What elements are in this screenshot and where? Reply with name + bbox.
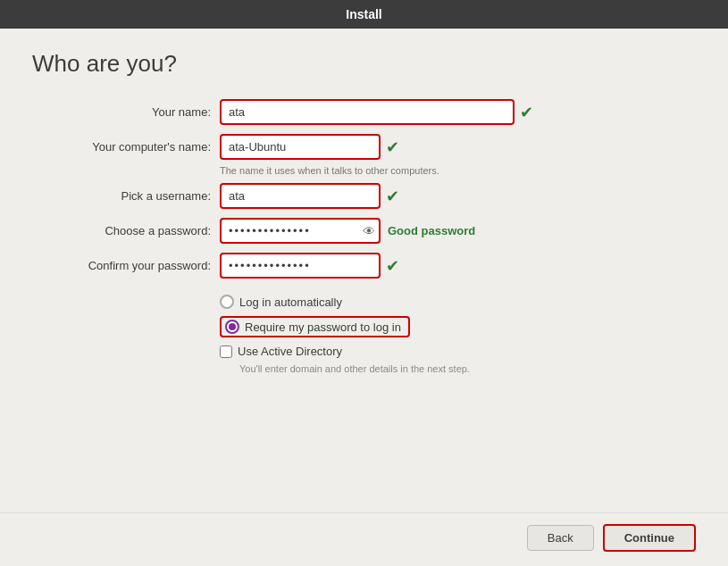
username-check-icon: ✔ [386, 187, 399, 206]
page-title: Who are you? [32, 50, 696, 78]
confirm-check-icon: ✔ [386, 256, 399, 276]
password-eye-button[interactable]: 👁 [363, 224, 375, 238]
computer-name-hint: The name it uses when it talks to other … [220, 165, 696, 176]
confirm-password-input[interactable] [220, 253, 381, 279]
name-input[interactable] [220, 99, 515, 125]
login-auto-row[interactable]: Log in automatically [220, 295, 696, 309]
confirm-password-input-wrapper [220, 253, 381, 279]
form-area: Your name: ✔ Your computer's name: ✔ The… [32, 99, 696, 374]
password-input-wrapper: 👁 [220, 218, 381, 244]
name-row: Your name: ✔ [32, 99, 696, 125]
require-password-box[interactable]: Require my password to log in [220, 316, 410, 337]
username-input[interactable] [220, 183, 381, 209]
username-input-wrapper [220, 183, 381, 209]
active-directory-checkbox[interactable] [220, 345, 232, 358]
computer-name-input-wrapper [220, 134, 381, 160]
bottom-bar: Back Continue [0, 512, 728, 566]
computer-name-label: Your computer's name: [32, 140, 220, 154]
name-check-icon: ✔ [520, 103, 533, 122]
computer-name-check-icon: ✔ [386, 137, 399, 157]
require-password-radio[interactable] [225, 320, 239, 334]
continue-button[interactable]: Continue [603, 524, 696, 552]
name-label: Your name: [32, 105, 220, 119]
require-password-label: Require my password to log in [245, 320, 401, 334]
active-directory-hint: You'll enter domain and other details in… [239, 363, 696, 374]
titlebar-title: Install [346, 7, 381, 21]
password-label: Choose a password: [32, 224, 220, 237]
active-directory-row[interactable]: Use Active Directory [220, 345, 696, 358]
confirm-password-label: Confirm your password: [32, 259, 220, 272]
login-auto-radio[interactable] [220, 295, 234, 309]
titlebar: Install [0, 0, 728, 29]
username-label: Pick a username: [32, 189, 220, 203]
password-row: Choose a password: 👁 Good password [32, 218, 696, 244]
active-directory-label: Use Active Directory [238, 345, 342, 358]
login-options: Log in automatically Require my password… [220, 295, 696, 374]
name-input-wrapper [220, 99, 515, 125]
back-button[interactable]: Back [527, 525, 594, 551]
computer-name-row: Your computer's name: ✔ [32, 134, 696, 160]
password-strength-label: Good password [388, 224, 475, 237]
login-auto-label: Log in automatically [239, 295, 342, 309]
computer-name-input[interactable] [220, 134, 381, 160]
main-content: Who are you? Your name: ✔ Your computer'… [0, 29, 728, 512]
username-row: Pick a username: ✔ [32, 183, 696, 209]
confirm-password-row: Confirm your password: ✔ [32, 253, 696, 279]
password-input[interactable] [220, 218, 381, 244]
require-password-row[interactable]: Require my password to log in [220, 316, 696, 337]
